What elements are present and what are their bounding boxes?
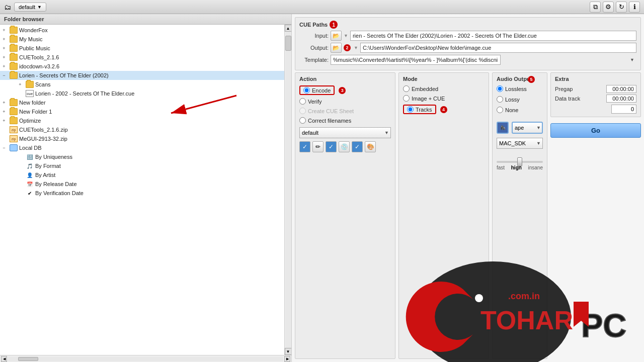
sort-icon-release: 📅 (26, 180, 34, 188)
correct-filenames-radio[interactable] (299, 117, 306, 124)
scroll-right-btn[interactable]: ▶ (284, 356, 290, 362)
expand-public-music[interactable]: + (0, 44, 8, 52)
expand-scans[interactable]: + (16, 80, 24, 88)
disc-icon-btn[interactable]: 💿 (339, 141, 350, 152)
tree-item-by-uniqueness[interactable]: 🔢 By Uniqueness (0, 152, 284, 161)
pregap-label: Pregap (555, 86, 573, 92)
scroll-thumb[interactable] (285, 36, 291, 51)
label-wonderfox: WonderFox (19, 27, 48, 33)
tree-item-by-release-date[interactable]: 📅 By Release Date (0, 179, 284, 189)
edit-icon-btn[interactable]: ✏ (312, 141, 324, 152)
copy-icon-btn[interactable]: ⧉ (590, 2, 601, 13)
settings-icon-btn[interactable]: ⚙ (603, 2, 614, 13)
verify-radio[interactable] (299, 98, 306, 105)
input-dropdown-arrow[interactable]: ▼ (344, 33, 348, 38)
expand-cuetools[interactable]: + (0, 53, 8, 61)
image-cue-row: Image + CUE (403, 95, 485, 102)
h-scroll-thumb[interactable] (18, 357, 38, 361)
expand-by-release-date (16, 180, 24, 188)
output-row: Output: 📂 2 ▼ (299, 43, 636, 53)
expand-local-db[interactable]: − (0, 144, 8, 152)
go-button[interactable]: Go (550, 123, 641, 138)
tree-item-cuetools[interactable]: + CUETools_2.1.6 (0, 53, 284, 62)
codec-dropdown[interactable]: ape (512, 122, 543, 134)
tree-item-my-music[interactable]: + My Music (0, 35, 284, 44)
sdk-dropdown[interactable]: MAC_SDK (497, 138, 543, 149)
scroll-down-btn[interactable]: ▼ (285, 348, 292, 355)
titlebar-right: ⧉ ⚙ ↻ ℹ (590, 2, 640, 13)
tree-item-public-music[interactable]: + Public Music (0, 44, 284, 53)
palette-icon-btn[interactable]: 🎨 (365, 141, 376, 152)
lossy-radio[interactable] (497, 96, 503, 103)
expand-idocdown[interactable]: + (0, 62, 8, 70)
ape-icon: 🦍 (497, 122, 509, 134)
tree-item-by-artist[interactable]: 👤 By Artist (0, 170, 284, 179)
image-cue-radio[interactable] (403, 95, 410, 102)
update-icon-btn[interactable]: ↻ (616, 2, 627, 13)
output-dropdown-arrow[interactable]: ▼ (354, 45, 358, 50)
tree-item-megui-zip[interactable]: zip MeGUI-2913-32.zip (0, 134, 284, 143)
output-folder-btn[interactable]: 📂 (331, 43, 342, 53)
vertical-scrollbar[interactable]: ▲ ▼ (284, 25, 291, 355)
check2-icon-btn[interactable]: ✓ (326, 141, 337, 152)
tree-item-optimize[interactable]: + Optimize (0, 116, 284, 125)
tree-item-local-db[interactable]: − Local DB (0, 143, 284, 152)
zip-icon-megui: zip (10, 135, 18, 142)
output-path-field[interactable] (360, 43, 636, 53)
sdk-dropdown-wrapper: MAC_SDK (497, 138, 543, 149)
input-folder-btn[interactable]: 📂 (331, 31, 342, 41)
embedded-radio[interactable] (403, 85, 410, 92)
tree-item-by-verification-date[interactable]: ✔ By Verification Date (0, 189, 284, 198)
tree-item-scans[interactable]: + Scans (0, 80, 284, 89)
mode-title: Mode (403, 76, 485, 82)
profile-label: default (19, 4, 35, 10)
action-dropdown[interactable]: default (299, 127, 391, 138)
folder-icon-optimize (10, 117, 18, 124)
expand-new-folder[interactable]: + (0, 99, 8, 107)
encode-radio[interactable] (303, 87, 310, 94)
action-title: Action (299, 76, 391, 82)
scroll-left-btn[interactable]: ◀ (1, 356, 7, 362)
number-input[interactable] (611, 105, 636, 114)
tree-item-new-folder[interactable]: + New folder (0, 98, 284, 107)
expand-by-uniqueness (16, 153, 24, 161)
action-icons-row: ✓ ✏ ✓ 💿 ✓ 🎨 (299, 141, 391, 152)
expand-wonderfox[interactable]: + (0, 26, 8, 34)
expand-optimize[interactable]: + (0, 117, 8, 125)
scroll-up-btn[interactable]: ▲ (285, 25, 292, 32)
check3-icon-btn[interactable]: ✓ (352, 141, 363, 152)
info-icon-btn[interactable]: ℹ (629, 2, 640, 13)
encode-box: Encode (299, 85, 335, 95)
left-panel: Folder browser + WonderFox + My Music (0, 14, 292, 362)
none-row: None (497, 106, 543, 114)
tree-item-cue-file[interactable]: cue Lorien - 2002 - Secrets Of The Elder… (0, 89, 284, 98)
template-dropdown[interactable]: %music%\Converted\%artist%\[%year% - ]%a… (331, 55, 501, 65)
tracks-radio[interactable] (407, 106, 414, 113)
none-radio[interactable] (497, 107, 503, 113)
create-cue-radio[interactable] (299, 108, 306, 114)
label-lorien: Lorien - Secrets Of The Elder (2002) (19, 72, 109, 78)
chevron-down-icon: ▼ (37, 5, 42, 10)
input-path-field[interactable] (350, 31, 636, 41)
folder-icon-new-folder (10, 99, 18, 106)
expand-new-folder-1[interactable]: + (0, 108, 8, 116)
horizontal-scrollbar[interactable]: ◀ ▶ (0, 355, 291, 362)
lossless-radio[interactable] (497, 85, 503, 92)
data-track-row: Data track 00:00:00 (555, 95, 636, 103)
badge-5: 5 (528, 76, 535, 83)
number-row (555, 105, 636, 114)
tree-item-idocdown[interactable]: + idocdown-v3.2.6 (0, 62, 284, 71)
profile-dropdown[interactable]: default ▼ (14, 3, 46, 12)
quality-slider-thumb[interactable] (517, 157, 522, 166)
tree-item-by-format[interactable]: 🎵 By Format (0, 161, 284, 170)
expand-my-music[interactable]: + (0, 35, 8, 43)
folder-open-icon-out: 📂 (333, 45, 340, 51)
expand-lorien[interactable]: − (0, 71, 8, 79)
check-icon-btn[interactable]: ✓ (299, 141, 310, 152)
tree-item-new-folder-1[interactable]: + New Folder 1 (0, 107, 284, 116)
label-optimize: Optimize (19, 118, 41, 124)
folder-icon-my-music (10, 36, 18, 43)
tree-item-wonderfox[interactable]: + WonderFox (0, 26, 284, 35)
tree-item-cuetools-zip[interactable]: zip CUETools_2.1.6.zip (0, 125, 284, 134)
tree-item-lorien[interactable]: − Lorien - Secrets Of The Elder (2002) (0, 71, 284, 80)
